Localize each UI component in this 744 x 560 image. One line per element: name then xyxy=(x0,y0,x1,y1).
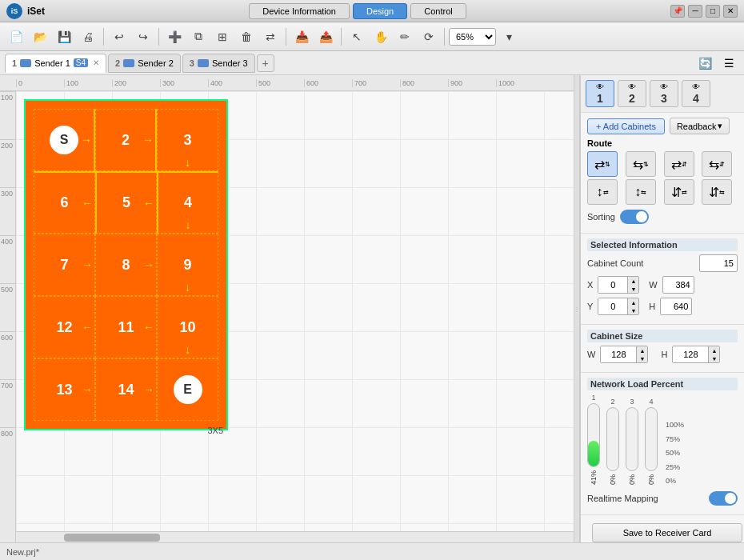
import-button[interactable]: 📥 xyxy=(290,26,313,47)
x-input-container: ▲ ▼ xyxy=(598,276,639,294)
save-receiver-button[interactable]: Save to Receiver Card xyxy=(592,523,742,542)
route-btn-8[interactable]: ⇵⇆ xyxy=(702,179,732,205)
link-button[interactable]: ⇄ xyxy=(259,26,282,47)
load-bar-2-label: 0% xyxy=(609,474,617,485)
print-button[interactable]: 🖨 xyxy=(77,26,99,47)
clone-button[interactable]: ⊞ xyxy=(211,26,234,47)
screen-btn-3[interactable]: 👁 3 xyxy=(650,80,678,107)
route-btn-7[interactable]: ⇵⇄ xyxy=(664,179,694,205)
y-spin-up[interactable]: ▲ xyxy=(627,298,638,306)
cab-h-spin-down[interactable]: ▼ xyxy=(708,354,719,362)
copy-button[interactable]: ⧉ xyxy=(187,26,210,47)
led-cell-7: 7 → xyxy=(34,234,95,296)
zoom-select[interactable]: 65% 100% 50% xyxy=(449,28,496,46)
redo-button[interactable]: ↪ xyxy=(132,26,154,47)
minimize-icon[interactable]: ─ xyxy=(688,5,702,18)
pin-icon[interactable]: 📌 xyxy=(670,5,685,18)
sorting-toggle[interactable] xyxy=(620,210,649,224)
scrollbar-thumb[interactable] xyxy=(64,534,160,542)
undo-button[interactable]: ↩ xyxy=(108,26,130,47)
move-button[interactable]: ✋ xyxy=(370,26,392,47)
sender-tab-1[interactable]: 1 Sender 1 S4 ✕ xyxy=(5,54,106,73)
led-cell-4: 4 ↓ xyxy=(157,171,218,234)
cab-w-spin-up[interactable]: ▲ xyxy=(636,346,647,354)
screen-btn-2[interactable]: 👁 2 xyxy=(618,80,646,107)
cabinet-count-input[interactable] xyxy=(699,254,738,272)
close-icon[interactable]: ✕ xyxy=(723,5,738,18)
led-panel[interactable]: S → 2 → 3 ↓ 6 ← xyxy=(24,99,228,430)
sorting-row: Sorting xyxy=(587,210,738,224)
scale-25: 25% xyxy=(666,463,684,471)
sender-tab-3[interactable]: 3 Sender 3 xyxy=(182,54,255,73)
sender-tab-1-label: Sender 1 xyxy=(34,58,70,68)
canvas-content[interactable]: S → 2 → 3 ↓ 6 ← xyxy=(16,91,574,542)
route-btn-1[interactable]: ⇄⇅ xyxy=(587,151,618,177)
toolbar: 📄 📂 💾 🖨 ↩ ↪ ➕ ⧉ ⊞ 🗑 ⇄ 📥 📤 ↖ ✋ ✏ ⟳ 65% 10… xyxy=(0,22,744,51)
h-label: H xyxy=(649,302,655,311)
x-spinners: ▲ ▼ xyxy=(627,277,638,293)
route-btn-5[interactable]: ↕⇄ xyxy=(587,179,618,205)
load-bar-1-num: 1 xyxy=(591,394,595,402)
h-input[interactable] xyxy=(660,298,692,315)
cab-h-spin-up[interactable]: ▲ xyxy=(708,346,719,354)
refresh-icon[interactable]: 🔄 xyxy=(694,53,715,74)
ruler-side-mark-600: 600 xyxy=(0,331,15,379)
x-spin-down[interactable]: ▼ xyxy=(627,285,638,293)
led-cell-2: 2 → xyxy=(95,109,157,171)
sender-tab-1-close[interactable]: ✕ xyxy=(93,58,99,67)
zoom-dropdown-icon[interactable]: ▾ xyxy=(498,26,520,47)
screen-btn-4[interactable]: 👁 4 xyxy=(682,80,710,107)
screen-num-2: 2 xyxy=(629,92,635,105)
ruler-mark-900: 900 xyxy=(448,79,496,87)
screen-eye-4: 👁 xyxy=(692,82,700,91)
cab-w-input[interactable] xyxy=(601,346,636,362)
select-button[interactable]: ↖ xyxy=(346,26,368,47)
w-input[interactable] xyxy=(662,276,694,294)
delete-button[interactable]: 🗑 xyxy=(235,26,258,47)
x-input[interactable] xyxy=(598,277,627,293)
readback-button[interactable]: Readback ▾ xyxy=(670,118,730,134)
cab-h-container: ▲ ▼ xyxy=(672,346,720,363)
tab-control[interactable]: Control xyxy=(410,3,466,19)
sender-tab-2[interactable]: 2 Sender 2 xyxy=(108,54,181,73)
cabinet-size-title: Cabinet Size xyxy=(587,330,738,342)
restore-icon[interactable]: □ xyxy=(706,5,720,18)
cab-w-spin-down[interactable]: ▼ xyxy=(636,354,647,362)
open-button[interactable]: 📂 xyxy=(29,26,51,47)
save-button[interactable]: 💾 xyxy=(53,26,75,47)
x-label: X xyxy=(587,280,593,290)
screen-btn-1[interactable]: 👁 1 xyxy=(586,80,614,107)
rotate-button[interactable]: ⟳ xyxy=(418,26,440,47)
title-bar: iS iSet Device Information Design Contro… xyxy=(0,0,744,22)
route-btn-6[interactable]: ↕⇆ xyxy=(626,179,656,205)
load-bar-3: 3 0% xyxy=(626,398,638,485)
load-bar-2-num: 2 xyxy=(610,398,614,406)
ruler-mark-300: 300 xyxy=(160,79,208,87)
add-cabinets-button[interactable]: + Add Cabinets xyxy=(587,118,665,134)
new-button[interactable]: 📄 xyxy=(5,26,27,47)
sender-tabs: 1 Sender 1 S4 ✕ 2 Sender 2 3 Sender 3 + … xyxy=(0,51,744,75)
route-grid: ⇄⇅ ⇆⇅ ⇄⇵ ⇆⇵ ↕⇄ ↕⇆ ⇵⇄ ⇵⇆ xyxy=(587,151,738,205)
load-bar-2-outer xyxy=(606,407,619,471)
add-sender-tab-button[interactable]: + xyxy=(257,54,274,72)
route-btn-4[interactable]: ⇆⇵ xyxy=(702,151,732,177)
scrollbar-track[interactable] xyxy=(16,532,574,542)
tab-device-information[interactable]: Device Information xyxy=(249,3,350,19)
x-spin-up[interactable]: ▲ xyxy=(627,277,638,285)
cab-h-input[interactable] xyxy=(673,346,708,362)
route-btn-3[interactable]: ⇄⇵ xyxy=(664,151,694,177)
menu-icon[interactable]: ☰ xyxy=(718,53,739,74)
y-input[interactable] xyxy=(598,298,627,314)
y-spinners: ▲ ▼ xyxy=(627,298,638,314)
add-button[interactable]: ➕ xyxy=(163,26,186,47)
draw-button[interactable]: ✏ xyxy=(394,26,416,47)
export-button[interactable]: 📤 xyxy=(314,26,337,47)
route-btn-2[interactable]: ⇆⇅ xyxy=(626,151,656,177)
realtime-mapping-toggle[interactable] xyxy=(709,491,738,506)
y-spin-down[interactable]: ▼ xyxy=(627,306,638,314)
readback-label: Readback xyxy=(677,122,717,131)
panel-divider[interactable]: ⋮ xyxy=(574,75,580,542)
ruler-side-mark-300: 300 xyxy=(0,187,15,235)
tab-design[interactable]: Design xyxy=(353,3,407,19)
sender-tab-1-num: 1 xyxy=(12,58,17,68)
